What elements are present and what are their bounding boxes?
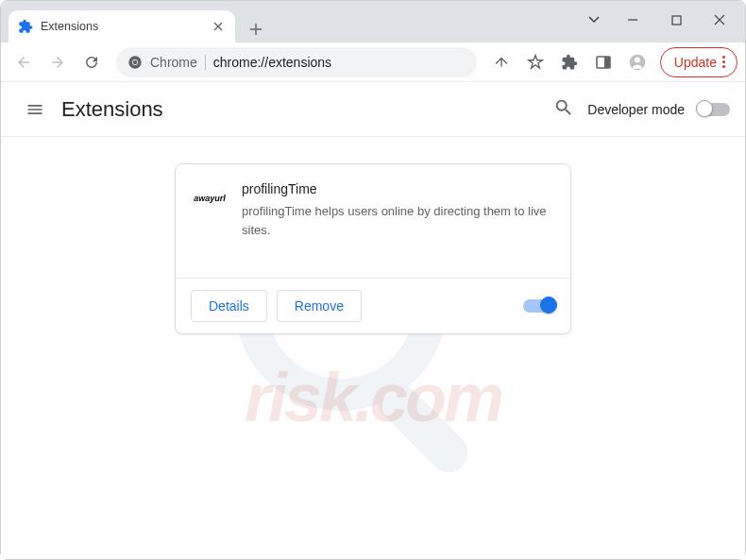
extension-card-body: awayurl profilingTime profilingTime help… <box>176 164 570 278</box>
svg-rect-9 <box>371 375 476 480</box>
page-content: risk.com Extensions Developer mode <box>1 82 745 559</box>
back-button[interactable] <box>8 47 39 77</box>
extensions-puzzle-icon[interactable] <box>554 47 585 77</box>
omnibox-divider <box>205 55 206 70</box>
toggle-knob <box>696 100 713 117</box>
extension-name: profilingTime <box>242 181 553 196</box>
reload-button[interactable] <box>76 47 107 77</box>
svg-rect-5 <box>604 57 610 68</box>
developer-mode-label: Developer mode <box>587 102 685 117</box>
menu-hamburger-icon[interactable] <box>16 91 54 128</box>
sidepanel-icon[interactable] <box>588 47 619 77</box>
browser-toolbar: Chrome chrome://extensions Update <box>1 42 745 82</box>
tab-search-button[interactable] <box>577 1 611 39</box>
extension-puzzle-icon <box>18 19 33 34</box>
titlebar: Extensions <box>1 1 745 42</box>
profile-avatar-icon[interactable] <box>622 47 653 77</box>
details-button[interactable]: Details <box>191 290 267 322</box>
header-right: Developer mode <box>553 97 730 122</box>
svg-point-7 <box>635 57 640 62</box>
developer-mode-toggle[interactable] <box>698 103 730 116</box>
update-button[interactable]: Update <box>660 47 738 77</box>
close-window-button[interactable] <box>698 1 741 39</box>
watermark-text: risk.com <box>245 359 501 436</box>
extension-card: awayurl profilingTime profilingTime help… <box>175 163 571 334</box>
share-icon[interactable] <box>486 47 517 77</box>
browser-tab[interactable]: Extensions <box>8 10 235 42</box>
new-tab-button[interactable] <box>243 16 269 42</box>
chrome-logo-icon <box>127 55 143 70</box>
search-icon[interactable] <box>553 97 574 122</box>
menu-dots-icon <box>722 56 725 68</box>
remove-button[interactable]: Remove <box>277 290 362 322</box>
extensions-header: Extensions Developer mode <box>1 82 745 137</box>
omnibox-url: chrome://extensions <box>213 55 466 70</box>
tab-strip: Extensions <box>1 1 577 42</box>
browser-window: Extensions <box>0 0 746 560</box>
update-label: Update <box>674 55 717 70</box>
address-bar[interactable]: Chrome chrome://extensions <box>116 47 477 77</box>
extension-description: profilingTime helps users online by dire… <box>242 202 553 239</box>
close-tab-button[interactable] <box>211 19 226 34</box>
toggle-knob <box>540 297 557 314</box>
forward-button[interactable] <box>42 47 73 77</box>
svg-rect-0 <box>672 16 681 25</box>
tab-title: Extensions <box>41 20 211 33</box>
extension-enable-toggle[interactable] <box>523 299 555 313</box>
window-controls <box>577 1 745 39</box>
omnibox-prefix: Chrome <box>150 55 197 70</box>
extension-info: profilingTime profilingTime helps users … <box>242 181 553 261</box>
maximize-button[interactable] <box>654 1 698 39</box>
page-title: Extensions <box>61 97 163 122</box>
bookmark-star-icon[interactable] <box>520 47 551 77</box>
extension-icon: awayurl <box>193 181 227 215</box>
extension-card-footer: Details Remove <box>176 278 570 333</box>
minimize-button[interactable] <box>611 1 654 39</box>
svg-point-3 <box>133 59 138 64</box>
